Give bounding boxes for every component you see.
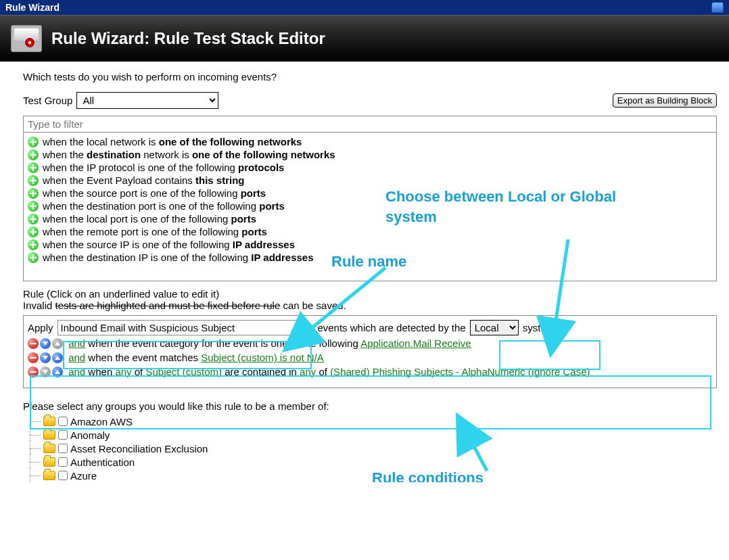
- test-text: when the destination port is one of the …: [43, 200, 285, 212]
- remove-condition-icon[interactable]: [28, 367, 39, 377]
- move-down-icon: [40, 367, 51, 377]
- test-text: when the IP protocol is one of the follo…: [43, 162, 284, 173]
- group-tree-row: Azure: [26, 469, 717, 482]
- add-test-icon[interactable]: [28, 188, 39, 199]
- group-checkbox[interactable]: [58, 471, 68, 480]
- condition-link[interactable]: any: [115, 366, 131, 377]
- add-test-icon[interactable]: [28, 227, 39, 237]
- add-test-icon[interactable]: [28, 137, 39, 147]
- test-row[interactable]: when the local port is one of the follow…: [28, 212, 713, 225]
- tests-question: Which tests do you wish to perform on in…: [23, 71, 717, 83]
- test-row[interactable]: when the local network is one of the fol…: [28, 135, 713, 148]
- condition-link[interactable]: (Shared) Phishing Subjects - AlphaNumeri…: [330, 366, 590, 377]
- folder-icon: [43, 444, 55, 453]
- condition-text: and when the event category for the even…: [68, 337, 471, 349]
- groups-label: Please select any groups you would like …: [23, 400, 717, 412]
- add-test-icon[interactable]: [28, 201, 39, 212]
- condition-link[interactable]: Subject (custom): [145, 366, 222, 377]
- test-row[interactable]: when the source port is one of the follo…: [28, 187, 713, 200]
- system-scope-select[interactable]: LocalGlobal: [470, 320, 519, 335]
- remove-condition-icon[interactable]: [28, 352, 39, 363]
- export-building-block-button[interactable]: Export as Building Block: [613, 93, 717, 108]
- folder-icon: [43, 417, 55, 426]
- test-row[interactable]: when the destination IP is one of the fo…: [28, 251, 713, 264]
- condition-text: and when the event matches Subject (cust…: [68, 352, 324, 363]
- group-label: Asset Reconciliation Exclusion: [70, 443, 208, 454]
- add-test-icon[interactable]: [28, 214, 39, 225]
- invalid-tests-note: Invalid tests are highlighted and must b…: [23, 300, 717, 311]
- group-tree-row: Authentication: [26, 455, 717, 469]
- apply-end-text: system: [523, 322, 555, 333]
- group-label: Azure: [70, 470, 97, 482]
- condition-link[interactable]: and: [68, 352, 85, 363]
- add-test-icon[interactable]: [28, 252, 39, 263]
- test-row[interactable]: when the destination port is one of the …: [28, 200, 713, 212]
- test-row[interactable]: when the Event Payload contains this str…: [28, 174, 713, 187]
- tree-connector: [26, 429, 41, 441]
- test-row[interactable]: when the source IP is one of the followi…: [28, 238, 713, 251]
- test-text: when the remote port is one of the follo…: [43, 226, 267, 237]
- folder-icon: [43, 430, 55, 440]
- tree-connector: [26, 469, 41, 482]
- group-tree-row: Amazon AWS: [26, 415, 717, 428]
- condition-row: and when any of Subject (custom) are con…: [28, 365, 712, 378]
- add-test-icon[interactable]: [28, 175, 39, 186]
- rule-wizard-icon: [11, 25, 42, 52]
- test-text: when the source port is one of the follo…: [43, 187, 266, 199]
- window-title: Rule Wizard: [5, 2, 60, 13]
- group-label: Authentication: [70, 457, 135, 468]
- test-text: when the source IP is one of the followi…: [43, 239, 295, 250]
- add-test-icon[interactable]: [28, 162, 39, 173]
- add-test-icon[interactable]: [28, 239, 39, 250]
- test-text: when the destination network is one of t…: [43, 149, 335, 160]
- rule-name-input[interactable]: [57, 320, 300, 335]
- test-text: when the local port is one of the follow…: [43, 213, 256, 225]
- condition-link[interactable]: and: [68, 366, 85, 377]
- group-checkbox[interactable]: [58, 430, 68, 440]
- apply-label: Apply: [28, 322, 53, 333]
- test-group-label: Test Group: [23, 95, 72, 106]
- test-text: when the destination IP is one of the fo…: [43, 252, 314, 263]
- rule-editor-box: Apply on events which are detected by th…: [23, 315, 717, 388]
- add-test-icon[interactable]: [28, 149, 39, 160]
- window-minimize-button[interactable]: [711, 2, 724, 13]
- move-up-icon: [52, 338, 63, 349]
- group-checkbox[interactable]: [58, 417, 68, 426]
- condition-link[interactable]: any: [300, 366, 316, 377]
- test-row[interactable]: when the destination network is one of t…: [28, 148, 713, 161]
- group-label: Amazon AWS: [70, 416, 133, 427]
- move-up-icon[interactable]: [52, 367, 63, 377]
- tree-connector: [26, 415, 41, 427]
- groups-tree: Amazon AWSAnomalyAsset Reconciliation Ex…: [23, 415, 717, 482]
- filter-input[interactable]: [23, 116, 717, 133]
- test-text: when the Event Payload contains this str…: [43, 174, 245, 186]
- group-checkbox[interactable]: [58, 444, 68, 453]
- rule-section-label: Rule (Click on an underlined value to ed…: [23, 288, 717, 300]
- condition-text: and when any of Subject (custom) are con…: [68, 366, 590, 377]
- window-titlebar: Rule Wizard: [0, 0, 729, 15]
- test-group-select[interactable]: All: [76, 92, 218, 109]
- tree-connector: [26, 456, 41, 468]
- condition-link[interactable]: Application.Mail Receive: [360, 337, 471, 349]
- folder-icon: [43, 471, 55, 480]
- condition-link[interactable]: and: [68, 337, 85, 349]
- condition-row: and when the event category for the even…: [28, 337, 712, 350]
- group-label: Anomaly: [70, 429, 110, 441]
- move-up-icon[interactable]: [52, 352, 63, 363]
- dialog-title: Rule Wizard: Rule Test Stack Editor: [51, 29, 325, 48]
- test-row[interactable]: when the IP protocol is one of the follo…: [28, 161, 713, 174]
- group-tree-row: Asset Reconciliation Exclusion: [26, 442, 717, 455]
- apply-mid-text: on events which are detected by the: [304, 322, 466, 333]
- condition-row: and when the event matches Subject (cust…: [28, 351, 712, 364]
- test-row[interactable]: when the remote port is one of the follo…: [28, 225, 713, 238]
- tests-list[interactable]: when the local network is one of the fol…: [23, 133, 717, 281]
- folder-icon: [43, 457, 55, 467]
- group-checkbox[interactable]: [58, 457, 68, 467]
- tree-connector: [26, 442, 41, 454]
- condition-link[interactable]: Subject (custom) is not N/A: [201, 352, 324, 363]
- move-down-icon[interactable]: [40, 338, 51, 349]
- group-tree-row: Anomaly: [26, 428, 717, 442]
- remove-condition-icon[interactable]: [28, 338, 39, 349]
- test-text: when the local network is one of the fol…: [43, 136, 302, 147]
- move-down-icon[interactable]: [40, 352, 51, 363]
